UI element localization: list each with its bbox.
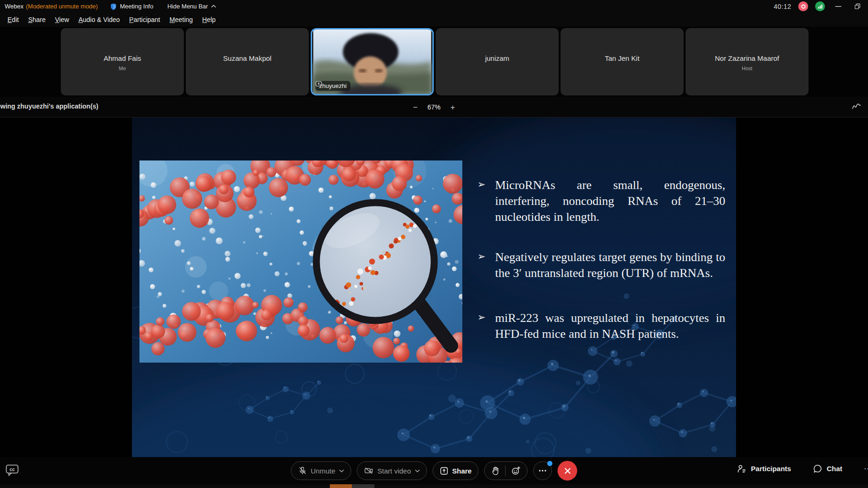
taskbar-segment bbox=[352, 484, 374, 488]
raise-hand-button[interactable] bbox=[491, 466, 500, 475]
participant-name: junizam bbox=[436, 54, 559, 62]
network-quality-icon[interactable] bbox=[815, 1, 825, 11]
restore-window-button[interactable] bbox=[851, 1, 863, 12]
menu-meeting[interactable]: Meeting bbox=[165, 15, 197, 25]
bullet-text: miR-223 was upregulated in hepatocytes i… bbox=[495, 311, 725, 341]
participant-filmstrip: Ahmad Fais Me Suzana Makpol bbox=[0, 27, 868, 97]
annotate-button[interactable] bbox=[851, 102, 861, 113]
zoom-level: 67% bbox=[427, 103, 440, 111]
more-options-button[interactable] bbox=[533, 461, 552, 480]
participants-icon bbox=[737, 464, 747, 473]
shield-icon bbox=[110, 3, 117, 10]
minimize-button[interactable] bbox=[832, 1, 844, 12]
participant-name: Suzana Makpol bbox=[186, 54, 309, 62]
chevron-down-icon bbox=[415, 469, 420, 473]
more-panels-button[interactable]: ⋯ bbox=[864, 464, 868, 473]
unmute-button[interactable]: Unmute bbox=[291, 461, 351, 480]
participant-tile-junizam[interactable]: junizam bbox=[436, 28, 559, 95]
taskbar-peek bbox=[0, 484, 868, 488]
active-speaker-name-chip: zhuyuezhi bbox=[315, 81, 350, 91]
meeting-info-button[interactable]: Meeting Info bbox=[110, 3, 153, 10]
raise-hand-icon bbox=[491, 466, 500, 475]
menu-participant[interactable]: Participant bbox=[124, 15, 165, 25]
menu-edit[interactable]: Edit bbox=[3, 15, 23, 25]
app-title: Webex bbox=[5, 3, 23, 10]
ellipsis-icon bbox=[539, 469, 547, 472]
participant-name: Tan Jen Kit bbox=[561, 54, 684, 62]
slide-bullet: ➢miR-223 was upregulated in hepatocytes … bbox=[477, 310, 725, 342]
reactions-button[interactable] bbox=[511, 466, 521, 475]
hide-menu-bar-button[interactable]: Hide Menu Bar bbox=[168, 3, 217, 10]
camera-off-icon bbox=[364, 466, 374, 475]
cc-glyph: cc bbox=[9, 467, 15, 472]
closed-captions-button[interactable]: cc bbox=[6, 464, 20, 478]
participant-tile-zhuyuezhi-active[interactable]: zhuyuezhi bbox=[311, 28, 434, 95]
participant-tile-tan-jen-kit[interactable]: Tan Jen Kit bbox=[561, 28, 684, 95]
bullet-text: MicroRNAs are small, endogenous, interfe… bbox=[495, 178, 725, 224]
unmute-label: Unmute bbox=[311, 467, 336, 475]
participant-tile-ahmad-fais[interactable]: Ahmad Fais Me bbox=[61, 28, 184, 95]
presentation-slide: ➢MicroRNAs are small, endogenous, interf… bbox=[132, 117, 736, 457]
screen-sharing-icon bbox=[315, 81, 322, 87]
chat-bubble-icon bbox=[813, 464, 823, 473]
notification-dot bbox=[547, 461, 553, 466]
recording-indicator-icon[interactable] bbox=[798, 1, 808, 11]
arrow-bullet-icon: ➢ bbox=[477, 178, 486, 191]
start-video-button[interactable]: Start video bbox=[357, 461, 427, 480]
bullet-text: Negatively regulates target genes by bin… bbox=[495, 250, 725, 280]
share-label: Share bbox=[452, 467, 472, 475]
participant-name: Ahmad Fais bbox=[61, 54, 184, 62]
annotate-squiggle-icon bbox=[851, 102, 861, 111]
reactions-pill bbox=[484, 461, 528, 480]
chat-panel-button[interactable]: Chat bbox=[813, 464, 842, 473]
participants-panel-button[interactable]: Participants bbox=[737, 464, 791, 473]
title-bar: Webex (Moderated unmute mode) Meeting In… bbox=[0, 0, 868, 13]
arrow-bullet-icon: ➢ bbox=[477, 311, 486, 324]
menu-share[interactable]: Share bbox=[23, 15, 50, 25]
zoom-in-button[interactable]: + bbox=[448, 102, 458, 112]
viewing-application-label: ewing zhuyuezhi's application(s) bbox=[0, 102, 98, 110]
menu-view[interactable]: View bbox=[51, 15, 74, 25]
chat-label: Chat bbox=[827, 465, 842, 473]
slide-bullet: ➢MicroRNAs are small, endogenous, interf… bbox=[477, 177, 725, 225]
meeting-control-bar: cc Unmute Sta bbox=[0, 457, 868, 484]
share-banner: ewing zhuyuezhi's application(s) − 67% + bbox=[0, 97, 868, 117]
chevron-down-icon bbox=[339, 469, 344, 473]
arrow-bullet-icon: ➢ bbox=[477, 250, 486, 263]
menu-audio-video[interactable]: Audio & Video bbox=[74, 15, 124, 25]
taskbar-highlight bbox=[330, 484, 352, 488]
meeting-timer: 40:12 bbox=[773, 3, 791, 10]
dna-microrna-image bbox=[139, 160, 462, 363]
participant-name: Nor Zazarina Maarof bbox=[686, 54, 809, 62]
participant-role: Me bbox=[61, 66, 184, 71]
webex-meeting-window: Webex (Moderated unmute mode) Meeting In… bbox=[0, 0, 868, 488]
start-video-label: Start video bbox=[378, 467, 411, 475]
menu-bar: Edit Share View Audio & Video Participan… bbox=[0, 13, 868, 27]
closed-captions-icon: cc bbox=[6, 464, 20, 476]
share-button[interactable]: Share bbox=[432, 461, 479, 480]
slide-bullet: ➢Negatively regulates target genes by bi… bbox=[477, 249, 725, 281]
participant-tile-suzana-makpol[interactable]: Suzana Makpol bbox=[186, 28, 309, 95]
close-x-icon bbox=[563, 467, 571, 475]
divider bbox=[505, 466, 506, 476]
participant-tile-nor-zazarina[interactable]: Nor Zazarina Maarof Host bbox=[686, 28, 809, 95]
leave-meeting-button[interactable] bbox=[558, 461, 577, 481]
share-screen-icon bbox=[439, 466, 448, 475]
shared-content-stage: ➢MicroRNAs are small, endogenous, interf… bbox=[0, 117, 868, 457]
hide-menu-bar-label: Hide Menu Bar bbox=[168, 3, 208, 10]
meeting-mode-label: (Moderated unmute mode) bbox=[26, 3, 98, 10]
participant-name: zhuyuezhi bbox=[319, 82, 347, 89]
meeting-info-label: Meeting Info bbox=[120, 3, 153, 10]
chevron-up-icon bbox=[211, 5, 216, 8]
smiley-reaction-icon bbox=[511, 466, 521, 475]
participants-label: Participants bbox=[751, 465, 791, 473]
zoom-out-button[interactable]: − bbox=[411, 102, 420, 112]
participant-role: Host bbox=[686, 66, 809, 71]
menu-help[interactable]: Help bbox=[197, 15, 220, 25]
microphone-muted-icon bbox=[298, 466, 307, 475]
